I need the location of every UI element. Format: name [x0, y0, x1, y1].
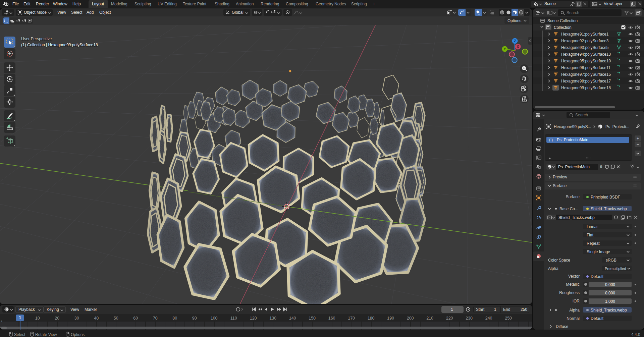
svg-text:Z: Z: [514, 39, 516, 43]
svg-text:Y: Y: [503, 47, 506, 51]
svg-text:X: X: [517, 45, 519, 49]
